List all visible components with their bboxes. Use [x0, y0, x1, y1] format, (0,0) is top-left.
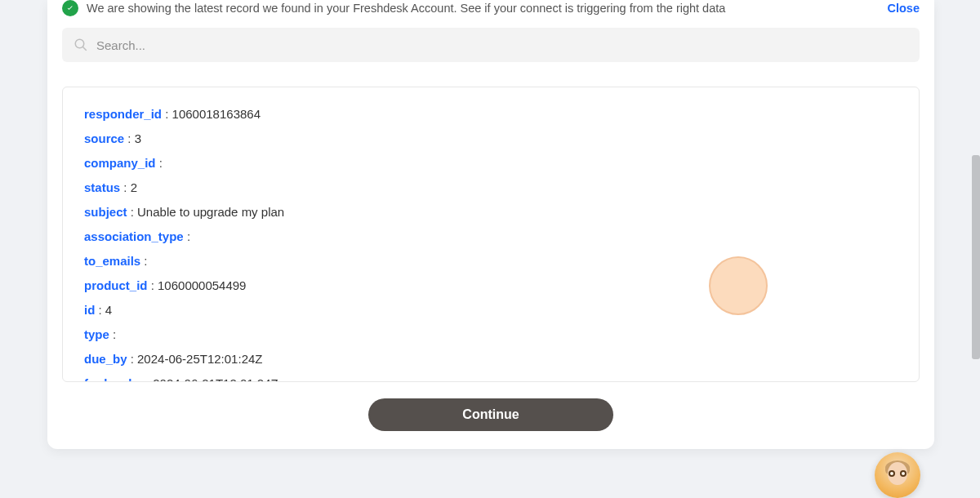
record-field-key: status [84, 180, 120, 194]
record-field-separator: : [184, 229, 190, 243]
record-field-key: responder_id [84, 107, 162, 121]
record-field-key: fr_due_by [84, 376, 143, 381]
record-field-row: product_id : 1060000054499 [84, 273, 898, 298]
record-field-value: 1060018163864 [172, 107, 261, 121]
info-banner: We are showing the latest record we foun… [62, 0, 920, 28]
record-field-separator: : [143, 376, 154, 381]
record-field-key: type [84, 327, 109, 341]
record-field-separator: : [162, 107, 172, 121]
record-field-row: id : 4 [84, 298, 898, 322]
record-field-key: id [84, 303, 95, 317]
record-field-row: subject : Unable to upgrade my plan [84, 200, 898, 225]
record-field-row: fr_due_by : 2024-06-21T12:01:24Z [84, 371, 898, 381]
record-field-value: 2 [131, 180, 137, 194]
record-field-value: 2024-06-21T12:01:24Z [153, 376, 278, 381]
continue-button[interactable]: Continue [368, 398, 613, 431]
record-field-key: product_id [84, 278, 148, 292]
close-link[interactable]: Close [888, 2, 920, 15]
info-banner-text: We are showing the latest record we foun… [87, 2, 880, 15]
record-field-row: to_emails : [84, 249, 898, 273]
record-field-key: due_by [84, 352, 127, 366]
record-field-value: 1060000054499 [158, 278, 246, 292]
record-field-row: status : 2 [84, 176, 898, 200]
record-field-separator: : [156, 156, 163, 170]
continue-row: Continue [62, 398, 920, 431]
assistant-avatar-bubble[interactable] [875, 452, 920, 498]
record-field-separator: : [127, 205, 138, 219]
page-scrollbar-thumb[interactable] [972, 155, 980, 359]
search-input[interactable] [96, 38, 908, 52]
record-field-key: subject [84, 205, 127, 219]
record-field-row: source : 3 [84, 127, 898, 151]
record-field-separator: : [124, 131, 135, 145]
record-field-separator: : [140, 254, 147, 268]
record-field-separator: : [148, 278, 158, 292]
record-field-value: 2024-06-25T12:01:24Z [137, 352, 262, 366]
record-field-key: company_id [84, 156, 156, 170]
record-field-key: to_emails [84, 254, 140, 268]
record-field-separator: : [120, 180, 131, 194]
svg-line-1 [82, 47, 87, 51]
record-field-key: association_type [84, 229, 184, 243]
search-box[interactable] [62, 28, 920, 62]
check-circle-icon [62, 0, 78, 16]
record-field-value: 3 [135, 131, 141, 145]
record-field-row: type : [84, 322, 898, 347]
search-icon [74, 38, 88, 52]
record-box: responder_id : 1060018163864source : 3co… [62, 87, 920, 382]
record-field-key: source [84, 131, 124, 145]
record-field-value: 4 [105, 303, 112, 317]
record-field-row: responder_id : 1060018163864 [84, 102, 898, 127]
record-field-value: Unable to upgrade my plan [137, 205, 284, 219]
svg-point-0 [75, 39, 84, 48]
record-field-row: association_type : [84, 225, 898, 249]
record-scroll-area[interactable]: responder_id : 1060018163864source : 3co… [63, 87, 919, 381]
record-preview-card: We are showing the latest record we foun… [47, 0, 934, 449]
record-field-row: due_by : 2024-06-25T12:01:24Z [84, 347, 898, 371]
record-field-separator: : [109, 327, 116, 341]
avatar-face-icon [881, 459, 914, 491]
record-field-separator: : [95, 303, 105, 317]
record-field-separator: : [127, 352, 138, 366]
record-field-row: company_id : [84, 151, 898, 176]
